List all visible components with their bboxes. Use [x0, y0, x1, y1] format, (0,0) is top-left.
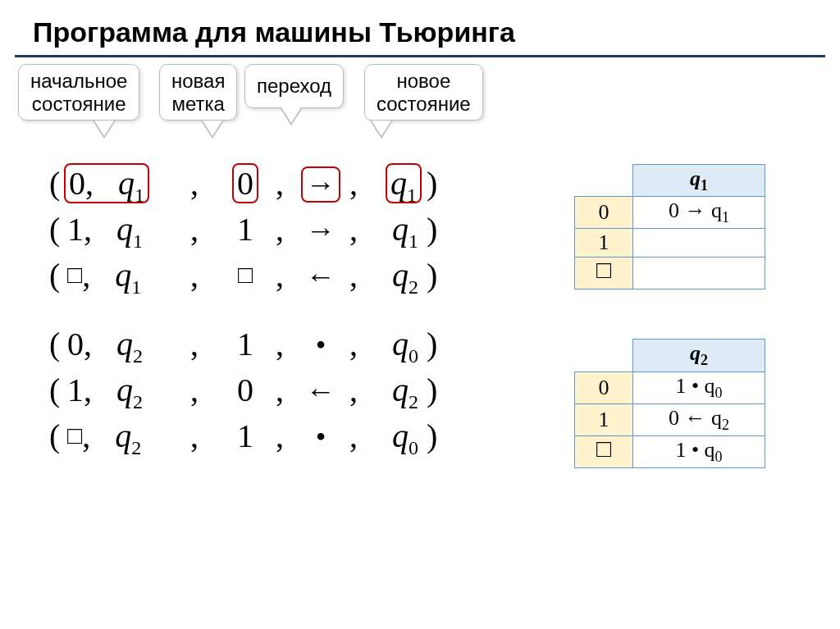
callout-new-state: новое состояние [364, 64, 483, 121]
page-title: Программа для машины Тьюринга [0, 0, 840, 55]
table-q2: q2 0 1 • q0 1 0 ← q2 □ 1 • q0 [574, 339, 765, 468]
tuple-row: ( □, q2 , 1 , • , q0 ) [49, 417, 441, 463]
callout-line: новое [396, 70, 450, 92]
tuple-row: ( □, q1 , □ , ← , q2 ) [49, 256, 441, 302]
table-cell: 1 • q0 [633, 435, 765, 467]
callout-initial-state: начальное состояние [18, 64, 139, 121]
tuple-row: ( 1, q2 , 0 , ← , q2 ) [49, 371, 441, 417]
row-header: 1 [575, 229, 633, 258]
tuple-list: ( 0, q1 , 0 , → , q1 ) ( 1, q1 , 1 , → ,… [49, 164, 441, 485]
callout-line: состояние [32, 93, 126, 115]
callout-move: переход [244, 64, 344, 108]
table-header: q1 [633, 165, 765, 197]
tuple-row: ( 0, q1 , 0 , → , q1 ) [49, 164, 441, 210]
tuple-group-2: ( 0, q2 , 1 , • , q0 ) ( 1, q2 , 0 , ← ,… [49, 325, 441, 463]
callout-new-mark: новая метка [159, 64, 237, 121]
row-header: □ [575, 258, 633, 289]
callouts-row: начальное состояние новая метка переход … [0, 64, 840, 138]
table-cell: 1 • q0 [633, 371, 765, 403]
row-header: 0 [575, 371, 633, 403]
tuple-row: ( 1, q1 , 1 , → , q1 ) [49, 210, 441, 256]
table-cell [633, 229, 765, 258]
callout-line: начальное [30, 70, 127, 92]
transition-tables: q1 0 0 → q1 1 □ q2 0 1 • q0 1 0 ← q2 □ 1… [574, 164, 765, 517]
table-cell: 0 → q1 [633, 197, 765, 229]
tuple-group-1: ( 0, q1 , 0 , → , q1 ) ( 1, q1 , 1 , → ,… [49, 164, 441, 302]
tuple-row: ( 0, q2 , 1 , • , q0 ) [49, 325, 441, 371]
row-header: 1 [575, 403, 633, 435]
callout-line: переход [257, 75, 331, 97]
row-header: □ [575, 435, 633, 467]
table-q1: q1 0 0 → q1 1 □ [574, 164, 765, 289]
callout-line: состояние [377, 93, 471, 115]
callout-line: метка [172, 93, 225, 115]
table-header: q2 [633, 340, 765, 371]
table-cell [633, 258, 765, 289]
callout-line: новая [171, 70, 225, 92]
title-underline [15, 55, 825, 57]
row-header: 0 [575, 197, 633, 229]
table-cell: 0 ← q2 [633, 403, 765, 435]
